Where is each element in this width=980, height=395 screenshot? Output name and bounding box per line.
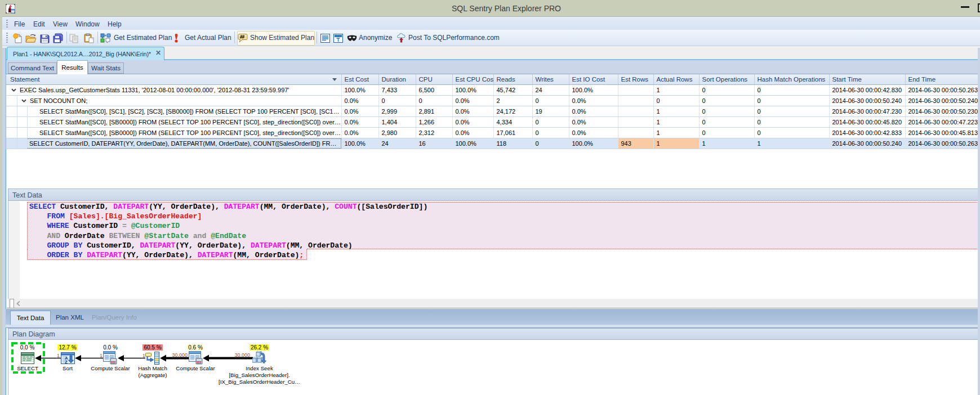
svg-text:Z: Z [65, 360, 68, 365]
